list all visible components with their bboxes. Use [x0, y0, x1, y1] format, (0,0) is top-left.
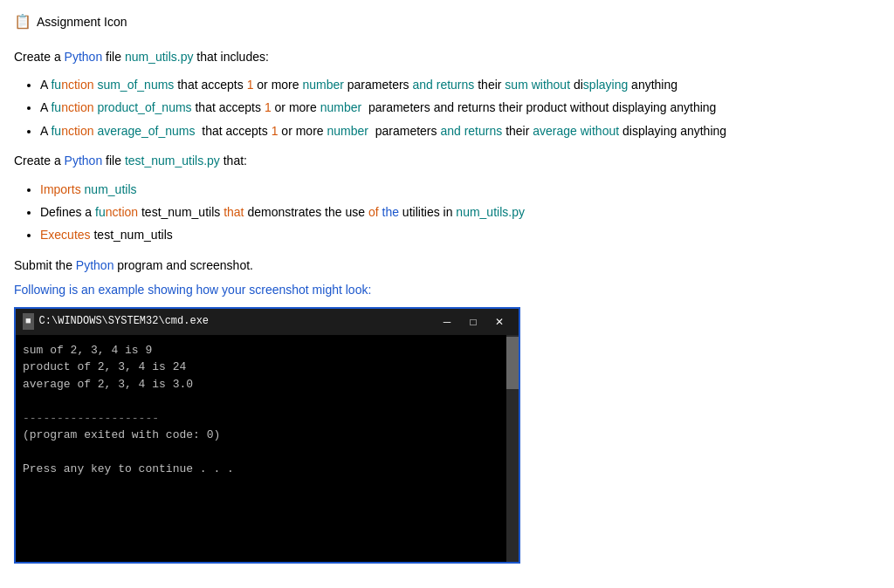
- cmd-line-8: Press any key to continue . . .: [23, 461, 499, 478]
- intro-paragraph-2: Create a Python file test_num_utils.py t…: [14, 151, 880, 170]
- cmd-line-3: average of 2, 3, 4 is 3.0: [23, 376, 499, 393]
- cmd-titlebar: ■ C:\WINDOWS\SYSTEM32\cmd.exe ─ □ ✕: [16, 309, 519, 335]
- cmd-line-6: (program exited with code: 0): [23, 427, 499, 444]
- python-keyword-1: Python: [65, 50, 103, 64]
- cmd-line-2: product of 2, 3, 4 is 24: [23, 359, 499, 376]
- cmd-body-wrapper: sum of 2, 3, 4 is 9 product of 2, 3, 4 i…: [16, 335, 519, 562]
- list-item: A function product_of_nums that accepts …: [40, 98, 880, 117]
- list-item: Imports num_utils: [40, 180, 880, 199]
- assignment-icon: 📋: [14, 10, 31, 33]
- cmd-controls[interactable]: ─ □ ✕: [435, 312, 512, 332]
- python-keyword-2: Python: [65, 154, 103, 168]
- cmd-scrollbar[interactable]: [506, 335, 519, 562]
- cmd-line-5: --------------------: [23, 410, 499, 427]
- filename-1: num_utils.py: [125, 50, 194, 64]
- header-title: Assignment Icon: [37, 12, 127, 31]
- list-item: Executes test_num_utils: [40, 225, 880, 244]
- bullet-list-2: Imports num_utils Defines a function tes…: [40, 180, 880, 245]
- example-label: Following is an example showing how your…: [14, 280, 880, 299]
- cmd-scrollbar-thumb[interactable]: [506, 337, 519, 389]
- filename-2: test_num_utils.py: [125, 154, 220, 168]
- cmd-titlebar-left: ■ C:\WINDOWS\SYSTEM32\cmd.exe: [23, 313, 209, 331]
- cmd-line-1: sum of 2, 3, 4 is 9: [23, 342, 499, 359]
- intro-paragraph-1: Create a Python file num_utils.py that i…: [14, 47, 880, 66]
- maximize-button[interactable]: □: [461, 312, 485, 332]
- cmd-icon: ■: [23, 313, 34, 331]
- cmd-line-7: [23, 444, 499, 462]
- cmd-body: sum of 2, 3, 4 is 9 product of 2, 3, 4 i…: [16, 335, 506, 562]
- close-button[interactable]: ✕: [487, 312, 512, 332]
- cmd-line-4: [23, 393, 499, 410]
- list-item: A function average_of_nums that accepts …: [40, 121, 880, 140]
- cmd-title: C:\WINDOWS\SYSTEM32\cmd.exe: [39, 313, 209, 330]
- list-item: Defines a function test_num_utils that d…: [40, 202, 880, 222]
- header: 📋 Assignment Icon: [14, 10, 880, 33]
- list-item: A function sum_of_nums that accepts 1 or…: [40, 75, 880, 94]
- bullet-list-1: A function sum_of_nums that accepts 1 or…: [40, 75, 880, 140]
- cmd-window: ■ C:\WINDOWS\SYSTEM32\cmd.exe ─ □ ✕ sum …: [14, 307, 520, 564]
- minimize-button[interactable]: ─: [435, 312, 459, 332]
- submit-text: Submit the Python program and screenshot…: [14, 256, 880, 275]
